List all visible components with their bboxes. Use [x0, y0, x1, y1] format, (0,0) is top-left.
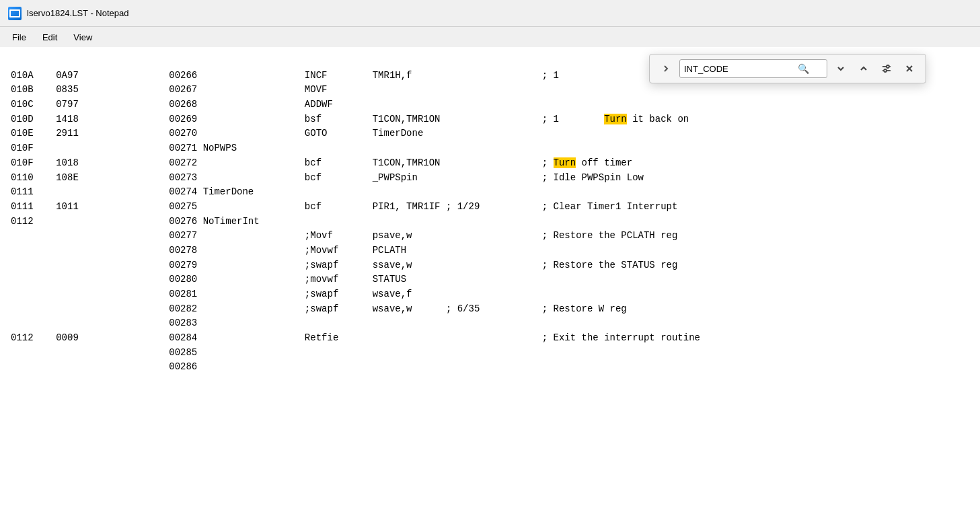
app-icon	[8, 7, 22, 20]
search-icon: 🔍	[798, 63, 809, 74]
code-line-5: 010E 2911 00270 GOTO TimerDone	[11, 128, 423, 139]
menu-bar: File Edit View	[0, 27, 980, 47]
code-line-10: 0111 1011 00275 bcf PIR1, TMR1IF ; 1/29 …	[11, 201, 677, 212]
code-line-1: 010A 0A97 00266 INCF TMR1H,f ; 1	[11, 70, 559, 81]
code-line-11: 0112 00276 NoTimerInt	[11, 216, 260, 227]
window-title: lservo1824.LST - Notepad	[27, 8, 129, 18]
code-line-19: 0112 0009 00284 Retfie ; Exit the interr…	[11, 332, 700, 343]
menu-view[interactable]: View	[67, 30, 99, 45]
code-line-3: 010C 0797 00268 ADDWF	[11, 99, 333, 110]
find-input[interactable]	[684, 64, 795, 74]
code-line-6: 010F 00271 NoPWPS	[11, 143, 237, 153]
find-toolbar: 🔍	[649, 54, 926, 83]
code-line-21: 00286	[11, 361, 197, 372]
content-area: 🔍 010A 0A97	[0, 47, 980, 516]
code-line-17: 00282 ;swapf wsave,w ; 6/35 ; Restore W …	[11, 303, 627, 314]
code-line-4: 010D 1418 00269 bsf T1CON,TMR1ON ; 1 Tur…	[11, 114, 689, 124]
find-options-button[interactable]	[877, 61, 896, 76]
find-input-wrapper: 🔍	[679, 59, 827, 78]
code-line-15: 00280 ;movwf STATUS	[11, 274, 406, 285]
code-line-18: 00283	[11, 318, 197, 328]
find-prev-button[interactable]	[854, 61, 873, 76]
code-line-14: 00279 ;swapf ssave,w ; Restore the STATU…	[11, 260, 677, 270]
find-next-button[interactable]	[831, 61, 850, 76]
find-expand-button[interactable]	[656, 61, 675, 76]
code-line-2: 010B 0835 00267 MOVF	[11, 84, 327, 95]
svg-point-3	[884, 69, 887, 72]
code-line-8: 0110 108E 00273 bcf _PWPSpin ; Idle PWPS…	[11, 172, 644, 183]
code-line-7: 010F 1018 00272 bcf T1CON,TMR1ON ; Turn …	[11, 157, 632, 168]
find-close-button[interactable]	[900, 61, 919, 76]
code-line-16: 00281 ;swapf wsave,f	[11, 289, 412, 299]
menu-file[interactable]: File	[5, 30, 33, 45]
svg-point-2	[887, 65, 889, 68]
code-line-20: 00285	[11, 347, 197, 358]
code-container: 010A 0A97 00266 INCF TMR1H,f ; 1 010B 08…	[0, 52, 980, 391]
code-line-12: 00277 ;Movf psave,w ; Restore the PCLATH…	[11, 230, 677, 241]
title-bar: lservo1824.LST - Notepad	[0, 0, 980, 27]
code-line-9: 0111 00274 TimerDone	[11, 186, 254, 197]
code-line-13: 00278 ;Movwf PCLATH	[11, 245, 406, 256]
menu-edit[interactable]: Edit	[36, 30, 64, 45]
